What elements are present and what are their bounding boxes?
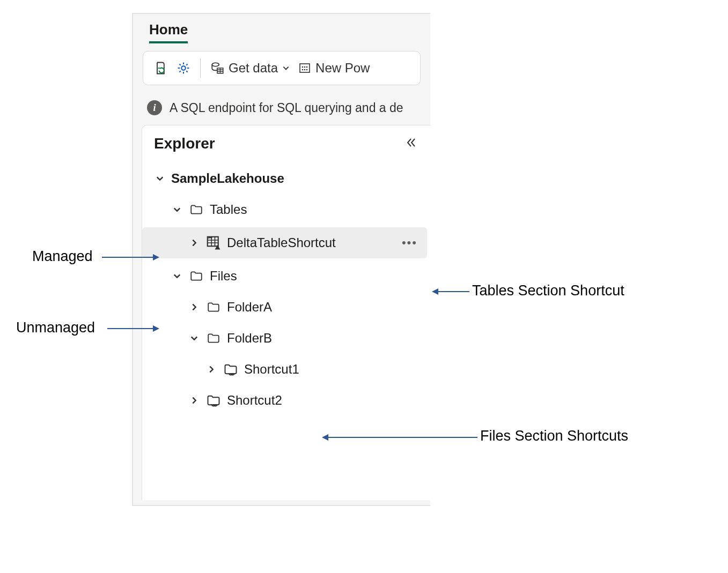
database-grid-icon <box>210 61 224 75</box>
ribbon-divider <box>200 58 201 78</box>
folder-shortcut-icon <box>223 361 239 377</box>
chevron-double-left-icon <box>405 136 417 149</box>
svg-point-1 <box>212 63 219 66</box>
annotation-files-shortcuts: Files Section Shortcuts <box>480 428 628 444</box>
annotation-managed: Managed <box>32 248 93 265</box>
svg-rect-3 <box>300 64 310 72</box>
svg-point-0 <box>181 66 185 70</box>
get-data-label: Get data <box>229 61 278 76</box>
grid-dots-icon <box>298 62 311 75</box>
tree-node-folder-a[interactable]: FolderA <box>142 292 430 323</box>
svg-point-9 <box>306 69 308 71</box>
explorer-title: Explorer <box>154 135 215 152</box>
tree-node-folder-b[interactable]: FolderB <box>142 323 430 354</box>
tree-label: Tables <box>210 202 247 217</box>
annotation-tables-shortcut: Tables Section Shortcut <box>472 282 624 299</box>
chevron-down-icon <box>282 64 290 72</box>
tree-label: SampleLakehouse <box>171 171 284 186</box>
tree-node-tables[interactable]: Tables <box>142 194 430 225</box>
explorer-tree: SampleLakehouse Tables <box>142 163 430 416</box>
annotation-unmanaged: Unmanaged <box>16 319 95 336</box>
svg-point-8 <box>304 69 306 71</box>
folder-shortcut-icon <box>205 392 222 408</box>
tree-label: FolderA <box>227 300 272 315</box>
tree-node-shortcut1[interactable]: Shortcut1 <box>142 354 430 385</box>
tree-node-files[interactable]: Files <box>142 261 430 292</box>
folder-icon <box>205 330 222 346</box>
svg-point-5 <box>304 66 306 68</box>
svg-point-4 <box>302 66 304 68</box>
chevron-down-icon <box>171 270 183 282</box>
info-icon: i <box>147 100 162 115</box>
lakehouse-panel: Home <box>132 13 430 506</box>
arrow-tables-shortcut <box>432 286 469 297</box>
svg-point-6 <box>306 66 308 68</box>
tree-label: Shortcut1 <box>244 362 299 377</box>
refresh-icon[interactable] <box>152 57 170 79</box>
svg-point-7 <box>302 69 304 71</box>
chevron-down-icon <box>154 173 166 184</box>
settings-gear-icon[interactable] <box>174 57 193 79</box>
explorer-panel: Explorer SampleLakehouse <box>142 125 430 500</box>
chevron-down-icon <box>188 332 200 344</box>
info-text: A SQL endpoint for SQL querying and a de <box>170 101 403 115</box>
chevron-right-icon <box>188 301 200 313</box>
tree-node-delta-shortcut[interactable]: DeltaTableShortcut ••• <box>142 227 427 258</box>
tree-label: DeltaTableShortcut <box>227 235 336 250</box>
folder-icon <box>188 268 204 284</box>
tabstrip: Home <box>133 14 430 43</box>
more-options-button[interactable]: ••• <box>402 236 422 250</box>
collapse-explorer-button[interactable] <box>402 134 420 153</box>
ribbon: Get data New Pow <box>143 51 421 85</box>
folder-icon <box>205 299 222 315</box>
tree-node-shortcut2[interactable]: Shortcut2 <box>142 385 430 416</box>
new-power-label: New Pow <box>315 61 370 76</box>
get-data-button[interactable]: Get data <box>208 59 292 77</box>
tab-home[interactable]: Home <box>149 21 188 43</box>
chevron-right-icon <box>188 237 200 249</box>
tree-node-lakehouse[interactable]: SampleLakehouse <box>142 163 430 194</box>
explorer-header: Explorer <box>142 132 430 163</box>
info-bar: i A SQL endpoint for SQL querying and a … <box>133 100 430 115</box>
chevron-right-icon <box>205 363 217 375</box>
tree-label: Files <box>210 269 237 284</box>
tree-label: FolderB <box>227 331 272 346</box>
delta-table-shortcut-icon <box>205 235 222 251</box>
tree-label: Shortcut2 <box>227 393 282 408</box>
chevron-right-icon <box>188 395 200 406</box>
folder-icon <box>188 202 204 218</box>
new-power-button[interactable]: New Pow <box>296 59 372 77</box>
chevron-down-icon <box>171 204 183 215</box>
